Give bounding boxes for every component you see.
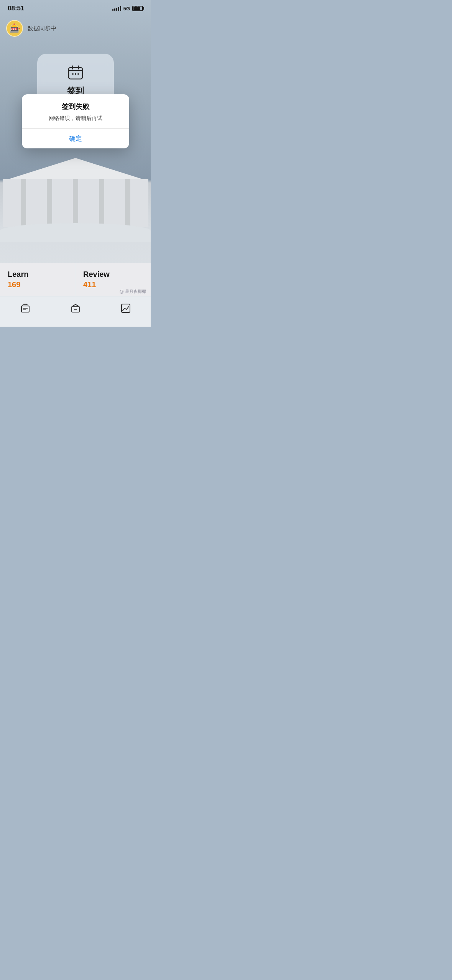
review-card-count: 411 bbox=[83, 280, 143, 289]
tab-deck[interactable] bbox=[20, 303, 31, 316]
svg-rect-9 bbox=[24, 304, 27, 305]
deck-icon bbox=[20, 303, 31, 316]
box-icon bbox=[70, 303, 81, 316]
dialog-overlay: 签到失败 网络错误，请稍后再试 确定 bbox=[0, 0, 151, 242]
review-card-title: Review bbox=[83, 270, 143, 279]
svg-rect-14 bbox=[122, 304, 130, 312]
dialog-content: 签到失败 网络错误，请稍后再试 bbox=[22, 94, 129, 128]
tab-chart[interactable] bbox=[120, 303, 131, 316]
learn-card-count: 169 bbox=[8, 280, 67, 289]
tab-bar bbox=[0, 296, 151, 327]
chart-icon bbox=[120, 303, 131, 316]
dialog-message: 网络错误，请稍后再试 bbox=[31, 114, 120, 122]
tab-box[interactable] bbox=[70, 303, 81, 316]
learn-card-title: Learn bbox=[8, 270, 67, 279]
svg-rect-7 bbox=[21, 306, 29, 312]
learn-card[interactable]: Learn 169 bbox=[0, 263, 75, 296]
dialog-confirm-button[interactable]: 确定 bbox=[22, 129, 129, 148]
error-dialog: 签到失败 网络错误，请稍后再试 确定 bbox=[22, 94, 129, 148]
watermark: @ 星月夜椰椰 bbox=[120, 289, 146, 294]
dialog-title: 签到失败 bbox=[31, 102, 120, 111]
